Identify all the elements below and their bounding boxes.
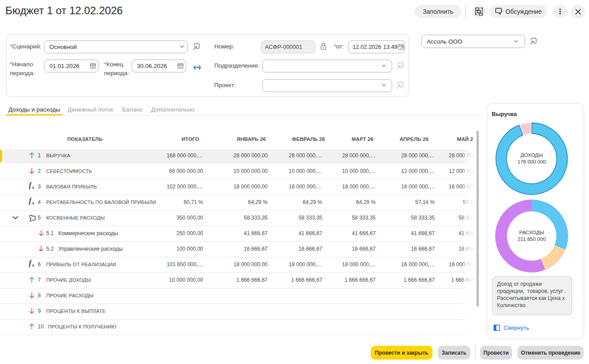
svg-text:178 000 000: 178 000 000 — [517, 159, 546, 164]
svg-text:РАСХОДЫ: РАСХОДЫ — [519, 230, 544, 235]
svg-text:211 850 000: 211 850 000 — [517, 236, 545, 242]
svg-text:ДОХОДЫ: ДОХОДЫ — [521, 152, 543, 158]
